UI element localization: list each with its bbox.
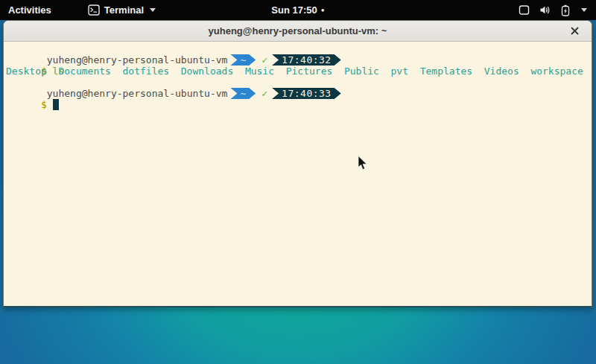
- prompt-host: yuheng@henry-personal-ubuntu-vm: [41, 54, 227, 66]
- top-bar-left: Activities Terminal: [0, 0, 163, 20]
- window-title: yuheng@henry-personal-ubuntu-vm: ~: [209, 25, 387, 36]
- prompt-time-segment: 17:40:33: [272, 88, 341, 99]
- close-icon: [571, 27, 579, 35]
- directory-name: pvt: [391, 66, 408, 77]
- directory-name: Downloads: [181, 66, 233, 77]
- prompt-status-check-icon: ✓: [261, 54, 267, 66]
- prompt-path-segment: ~: [230, 54, 256, 66]
- app-menu-terminal[interactable]: Terminal: [80, 0, 163, 20]
- chevron-down-icon: [581, 8, 587, 12]
- volume-icon: [539, 4, 551, 16]
- directory-name: Music: [245, 66, 274, 77]
- prompt-line: yuheng@henry-personal-ubuntu-vm~✓17:40:3…: [6, 77, 589, 88]
- prompt-symbol: $: [41, 99, 47, 110]
- clock[interactable]: Sun 17:50: [271, 4, 317, 16]
- prompt-path-segment: ~: [230, 88, 256, 99]
- directory-name: Public: [344, 66, 379, 77]
- terminal-cursor: [53, 99, 59, 110]
- window-titlebar[interactable]: yuheng@henry-personal-ubuntu-vm: ~: [4, 21, 592, 42]
- terminal-screen[interactable]: yuheng@henry-personal-ubuntu-vm~✓17:40:3…: [4, 42, 592, 306]
- directory-name: Desktop: [6, 66, 47, 77]
- battery-charging-icon: [561, 4, 570, 16]
- directory-name: workspace: [530, 66, 583, 77]
- notification-dot-icon: ●: [321, 7, 325, 13]
- close-button[interactable]: [565, 21, 584, 41]
- system-status-area[interactable]: [510, 0, 596, 20]
- terminal-app-icon: [88, 4, 100, 16]
- activities-button[interactable]: Activities: [0, 0, 60, 20]
- terminal-window: yuheng@henry-personal-ubuntu-vm: ~ yuhen…: [3, 20, 592, 307]
- prompt-host: yuheng@henry-personal-ubuntu-vm: [41, 88, 227, 99]
- prompt-line: yuheng@henry-personal-ubuntu-vm~✓17:40:3…: [6, 43, 589, 54]
- directory-name: Videos: [484, 66, 519, 77]
- ls-output: DesktopDocumentsdotfilesDownloadsMusicPi…: [6, 66, 589, 77]
- prompt-status-check-icon: ✓: [261, 88, 267, 99]
- top-bar: Activities Terminal Sun 17:50 ●: [0, 0, 596, 20]
- directory-name: dotfiles: [123, 66, 170, 77]
- chevron-down-icon: [150, 8, 156, 12]
- directory-name: Documents: [58, 66, 110, 77]
- directory-name: Templates: [420, 66, 472, 77]
- screen-icon: [519, 4, 530, 16]
- directory-name: Pictures: [286, 66, 333, 77]
- prompt-time-segment: 17:40:32: [272, 54, 341, 66]
- app-menu-label: Terminal: [104, 4, 144, 16]
